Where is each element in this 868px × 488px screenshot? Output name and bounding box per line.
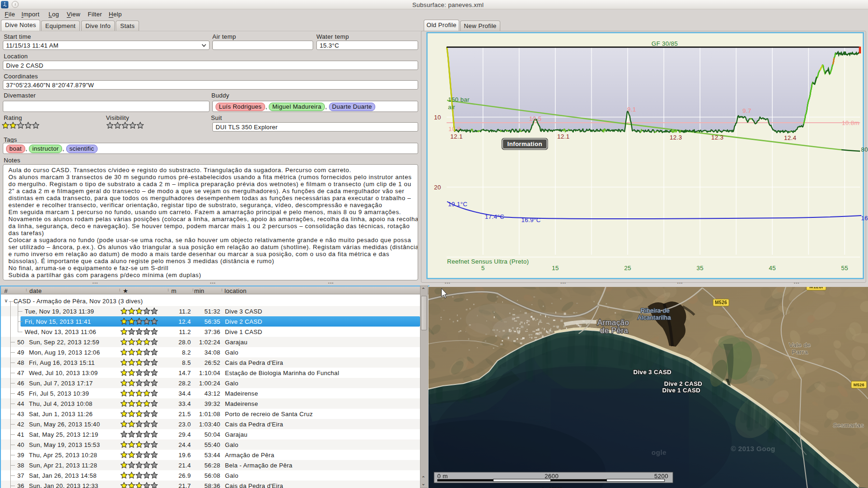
svg-text:2600: 2600: [545, 473, 559, 480]
svg-text:Armação: Armação: [597, 318, 629, 327]
svg-text:Information: Information: [507, 140, 542, 147]
svg-text:Ribeira de: Ribeira de: [641, 307, 670, 314]
svg-text:M128I: M128I: [809, 287, 823, 289]
svg-text:Sesmarias: Sesmarias: [833, 422, 864, 429]
svg-text:20: 20: [434, 184, 441, 191]
svg-text:9.7: 9.7: [742, 107, 751, 114]
svg-text:10.8m: 10.8m: [842, 119, 860, 126]
svg-text:M526: M526: [715, 300, 727, 305]
svg-text:17.4°C: 17.4°C: [485, 213, 504, 220]
svg-text:10.5: 10.5: [529, 115, 542, 122]
svg-text:Alcantarilha: Alcantarilha: [637, 314, 671, 321]
svg-text:12.4: 12.4: [784, 134, 797, 141]
svg-text:Parra: Parra: [792, 349, 808, 356]
svg-text:© 2013 Goog: © 2013 Goog: [731, 445, 775, 453]
svg-text:10: 10: [434, 114, 441, 121]
svg-text:Dive 2 CASD: Dive 2 CASD: [664, 380, 702, 387]
svg-text:0 m: 0 m: [437, 473, 448, 480]
svg-text:5: 5: [481, 265, 485, 272]
svg-text:12.3: 12.3: [711, 134, 724, 141]
svg-text:GF 30/85: GF 30/85: [651, 40, 678, 47]
svg-text:19.1°C: 19.1°C: [448, 201, 468, 208]
svg-text:Vale de: Vale de: [789, 342, 811, 349]
svg-text:Dive 3 CASD: Dive 3 CASD: [633, 369, 672, 376]
svg-text:Reefnet Sensus Ultra (Preto): Reefnet Sensus Ultra (Preto): [447, 258, 529, 265]
svg-text:15: 15: [552, 265, 559, 272]
svg-text:25: 25: [624, 265, 631, 272]
svg-text:5200: 5200: [654, 473, 668, 480]
svg-text:M526: M526: [854, 383, 865, 387]
svg-text:35: 35: [696, 265, 703, 272]
svg-text:45: 45: [769, 265, 776, 272]
svg-text:de Pêra: de Pêra: [600, 326, 628, 335]
svg-text:16: 16: [861, 215, 868, 222]
svg-text:9.1: 9.1: [627, 106, 636, 113]
svg-text:Dive 1 CASD: Dive 1 CASD: [662, 387, 700, 394]
svg-text:12.1: 12.1: [450, 133, 463, 140]
svg-text:80: 80: [861, 146, 868, 153]
svg-text:12.3: 12.3: [670, 134, 682, 141]
svg-text:16.9°C: 16.9°C: [521, 216, 541, 223]
svg-text:ogle: ogle: [651, 448, 666, 456]
svg-text:55: 55: [841, 265, 848, 272]
svg-text:air: air: [448, 104, 455, 111]
svg-text:150 bar: 150 bar: [448, 96, 470, 103]
svg-text:12.1: 12.1: [557, 133, 570, 140]
